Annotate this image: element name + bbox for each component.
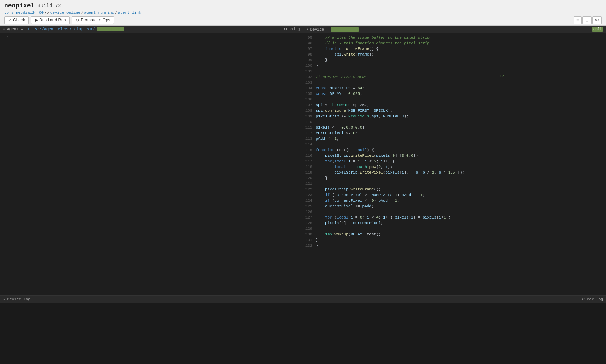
agent-url: https://agent.electricimp.com/ <box>25 27 95 31</box>
line-content: pAdd <- 1; <box>316 136 339 142</box>
line-number: 130 <box>303 232 316 237</box>
log-header-left: ▪ Device log <box>3 297 31 301</box>
device-code-line: 99 } <box>303 57 606 63</box>
agent-pane-title: Agent – <box>7 27 23 31</box>
header: neopixel Build 72 toms-neodial24-00 ▾ / … <box>0 0 606 26</box>
agent-pane-icon: ▪ <box>3 27 5 31</box>
promote-button[interactable]: ⊙ Promote to Ops <box>72 16 114 24</box>
editors-row: ▪ Agent – https://agent.electricimp.com/… <box>0 26 606 295</box>
device-code-line: 128 pixels[4] = currentPixel; <box>303 220 606 226</box>
device-pane-header: ▪ Device – onli <box>303 26 606 33</box>
device-pane-title: Device – <box>310 27 329 32</box>
settings-button[interactable]: ⚙ <box>592 16 602 24</box>
device-code-line: 124 if (currentPixel <= 0) pAdd = 1; <box>303 198 606 203</box>
agent-pane-header: ▪ Agent – https://agent.electricimp.com/… <box>0 26 303 33</box>
line-number: 131 <box>303 237 316 243</box>
log-body <box>0 303 606 364</box>
line-content: pixels <- [0,0,0,0,0] <box>316 125 365 130</box>
view-list-button[interactable]: ≡ <box>574 16 582 24</box>
line-content: } <box>316 63 318 69</box>
line-number: 124 <box>303 198 316 203</box>
line-number: 126 <box>303 209 316 215</box>
line-number: 102 <box>303 74 316 80</box>
device-code-line: 96 // ie - this function changes the pix… <box>303 40 606 46</box>
line-number: 107 <box>303 102 316 108</box>
line-number: 115 <box>303 147 316 153</box>
line-number: 104 <box>303 85 316 91</box>
line-content: pixelStrip <- NeoPixels(spi, NUMPIXELS); <box>316 113 409 119</box>
line-content: spi <- hardware.spi257; <box>316 102 369 108</box>
line-number: 112 <box>303 130 316 136</box>
line-number: 105 <box>303 91 316 97</box>
line-content: } <box>316 237 318 243</box>
check-button[interactable]: ✓ Check <box>4 16 29 24</box>
toolbar: ✓ Check ▶ Build and Run ⊙ Promote to Ops… <box>4 15 602 25</box>
line-number: 106 <box>303 97 316 102</box>
build-run-button[interactable]: ▶ Build and Run <box>31 16 70 24</box>
line-content: spi.write(frame); <box>316 52 374 57</box>
line-number: 113 <box>303 136 316 142</box>
device-code-line: 107spi <- hardware.spi257; <box>303 102 606 108</box>
dropdown-arrow[interactable]: ▾ <box>44 11 46 15</box>
line-content: // writes the frame buffer to the pixel … <box>316 35 430 40</box>
agent-link[interactable]: agent link <box>118 11 141 15</box>
line-content: pixels[4] = currentPixel; <box>316 220 383 226</box>
line-content: pixelStrip.writePixel(pixels[i], [ b, b … <box>316 170 465 175</box>
line-content: const DELAY = 0.025; <box>316 91 362 97</box>
log-header: ▪ Device log Clear Log <box>0 296 606 303</box>
device-code-line: 97 function writeFrame() { <box>303 46 606 52</box>
line-content: imp.wakeup(DELAY, test); <box>316 232 381 237</box>
device-code-line: 102/* RUNTIME STARTS HERE --------------… <box>303 74 606 80</box>
device-code-line: 109pixelStrip <- NeoPixels(spi, NUMPIXEL… <box>303 113 606 119</box>
line-number: 132 <box>303 243 316 248</box>
device-code-line: 126 <box>303 209 606 215</box>
line-content: // ie - this function changes the pixel … <box>316 40 430 46</box>
device-code-line: 104const NUMPIXELS = 64; <box>303 85 606 91</box>
device-code-line: 118 local b = math.pow(2, i); <box>303 164 606 170</box>
device-code-line: 120 } <box>303 175 606 181</box>
device-code-line: 95 // writes the frame buffer to the pix… <box>303 35 606 40</box>
main: ▪ Agent – https://agent.electricimp.com/… <box>0 26 606 364</box>
line-content: spi.configure(MSB_FIRST, SPICLK); <box>316 108 393 113</box>
device-code-area[interactable]: 95 // writes the frame buffer to the pix… <box>303 33 606 295</box>
clear-log-button[interactable]: Clear Log <box>582 297 603 301</box>
play-icon: ▶ <box>35 18 38 22</box>
line-number: 120 <box>303 175 316 181</box>
agent-status-link[interactable]: agent running <box>84 11 114 15</box>
device-id-link[interactable]: toms-neodial24-00 <box>4 11 44 15</box>
line-number: 100 <box>303 63 316 69</box>
device-code-line: 106 <box>303 97 606 102</box>
device-code-line: 114 <box>303 142 606 147</box>
agent-pane: ▪ Agent – https://agent.electricimp.com/… <box>0 26 303 295</box>
line-content: function test(d = null) { <box>316 147 374 153</box>
line-number: 116 <box>303 153 316 158</box>
device-code-line: 100} <box>303 63 606 69</box>
log-icon: ▪ <box>3 297 5 301</box>
agent-line-num: 1 <box>0 34 13 40</box>
line-number: 98 <box>303 52 316 57</box>
line-number: 128 <box>303 220 316 226</box>
device-code-line: 103 <box>303 80 606 85</box>
agent-code-area[interactable]: 1 <box>0 33 303 295</box>
line-content: currentPixel += pAdd; <box>316 203 374 209</box>
line-content: local b = math.pow(2, i); <box>316 164 393 170</box>
line-content: /* RUNTIME STARTS HERE -----------------… <box>316 74 504 80</box>
line-content: } <box>316 175 328 181</box>
device-code-line: 116 pixelStrip.writePixel(pixels[0],[0,0… <box>303 153 606 158</box>
check-icon: ✓ <box>8 18 12 22</box>
device-code-line: 101 <box>303 69 606 74</box>
check-label: Check <box>13 18 25 22</box>
line-number: 129 <box>303 226 316 232</box>
line-number: 125 <box>303 203 316 209</box>
device-code-line: 131} <box>303 237 606 243</box>
device-code-line: 113pAdd <- 1; <box>303 136 606 142</box>
line-content: const NUMPIXELS = 64; <box>316 85 365 91</box>
line-number: 109 <box>303 113 316 119</box>
line-number: 96 <box>303 40 316 46</box>
device-status-link[interactable]: device online <box>50 11 80 15</box>
line-number: 101 <box>303 69 316 74</box>
line-content: pixelStrip.writeFrame(); <box>316 187 381 192</box>
line-number: 108 <box>303 108 316 113</box>
view-split-button[interactable]: ⊟ <box>582 16 592 24</box>
line-number: 103 <box>303 80 316 85</box>
